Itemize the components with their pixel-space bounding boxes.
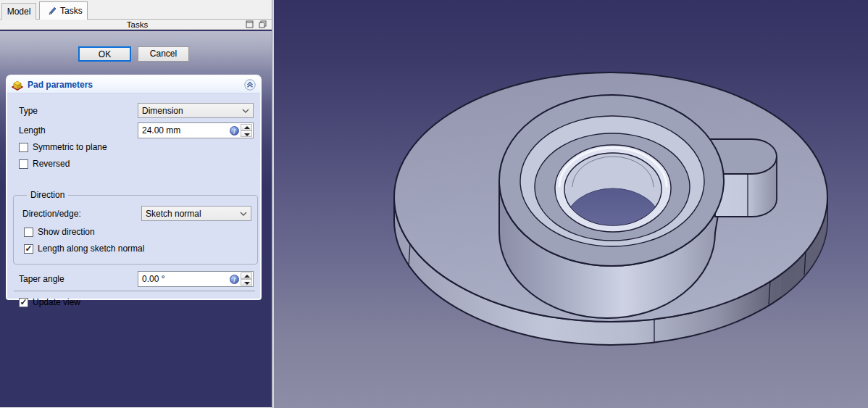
panel-title: Tasks [0,20,246,29]
task-button-row: OK Cancel [0,31,272,63]
ok-button[interactable]: OK [78,46,131,62]
dock-panel-icon[interactable] [246,20,254,28]
cancel-button[interactable]: Cancel [138,46,189,62]
update-view-label: Update view [33,297,80,307]
pad-parameters-header: Pad parameters [7,76,260,93]
length-spinner [241,124,252,137]
update-view-checkbox-box[interactable]: ✓ [19,298,28,307]
type-combo-value: Dimension [142,106,183,116]
direction-group: Direction Direction/edge: Sketch normal … [13,195,258,265]
freecad-window: Model Tasks Tasks OK [0,0,868,408]
chevron-down-icon [242,109,249,113]
taper-spinner [241,272,252,286]
taper-angle-input[interactable]: 0.00 ° ƒ [138,271,254,287]
taper-angle-value: 0.00 ° [142,274,165,284]
show-direction-checkbox[interactable]: Show direction [24,227,95,237]
pad-model-render [274,0,868,408]
symmetric-checkbox[interactable]: Symmetric to plane [19,142,107,152]
length-along-checkbox-box[interactable]: ✓ [24,244,33,254]
pad-parameters-box: Pad parameters Type Dimension Length [6,75,262,300]
combo-view-tabbar: Model Tasks [0,0,272,20]
length-along-label: Length along sketch normal [38,243,144,254]
spin-up-button[interactable] [241,272,252,279]
pad-parameters-body: Type Dimension Length 24.00 mm ƒ [7,93,260,299]
pad-icon [12,79,23,91]
panel-title-bar: Tasks [0,20,272,30]
reversed-checkbox[interactable]: Reversed [19,159,70,169]
length-label: Length [19,125,46,136]
collapse-chevron-icon[interactable] [244,79,256,91]
spin-up-button[interactable] [241,124,252,130]
3d-viewport[interactable] [274,0,868,408]
tab-model-label: Model [7,7,31,17]
separator [14,291,255,291]
float-panel-icon[interactable] [259,20,267,28]
reversed-label: Reversed [33,159,70,169]
expression-icon[interactable]: ƒ [230,126,239,136]
taper-angle-label: Taper angle [19,274,64,284]
reversed-checkbox-box[interactable] [19,159,28,169]
tab-model[interactable]: Model [1,3,36,20]
direction-edge-value: Sketch normal [146,209,201,219]
tab-tasks[interactable]: Tasks [39,1,88,20]
type-label: Type [19,106,38,116]
expression-icon[interactable]: ƒ [230,275,239,284]
tab-tasks-label: Tasks [60,6,83,16]
show-direction-label: Show direction [38,227,95,237]
task-panel-area: OK Cancel Pad parameters [0,30,272,407]
spin-down-button[interactable] [241,130,252,137]
symmetric-label: Symmetric to plane [33,142,107,152]
update-view-checkbox[interactable]: ✓ Update view [19,297,80,307]
combo-view-pane: Model Tasks Tasks OK [0,0,272,408]
direction-edge-label: Direction/edge: [22,209,81,219]
show-direction-checkbox-box[interactable] [24,228,33,237]
direction-group-title: Direction [27,190,68,200]
symmetric-checkbox-box[interactable] [19,143,28,152]
pad-parameters-title: Pad parameters [28,80,244,90]
direction-edge-combo[interactable]: Sketch normal [141,206,251,221]
spin-down-button[interactable] [241,279,252,286]
length-along-checkbox[interactable]: ✓ Length along sketch normal [24,243,144,254]
length-value: 24.00 mm [142,125,180,136]
chevron-down-icon [240,212,247,216]
pencil-icon [47,6,57,16]
type-combo[interactable]: Dimension [138,103,254,118]
length-input[interactable]: 24.00 mm ƒ [138,122,254,138]
